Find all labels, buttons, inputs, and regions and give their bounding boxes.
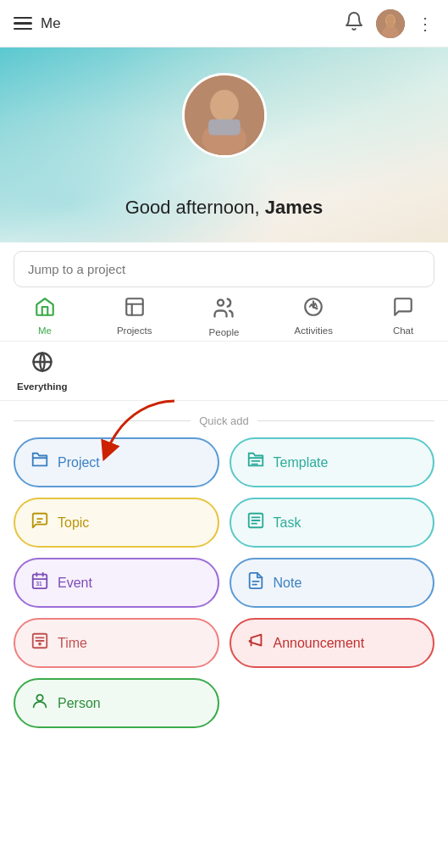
nav-item-activities[interactable]: Activities xyxy=(288,296,339,336)
red-arrow-icon xyxy=(56,392,191,469)
svg-point-13 xyxy=(218,300,224,306)
quick-add-announcement-button[interactable]: Announcement xyxy=(230,618,435,668)
quick-add-template-label: Template xyxy=(274,455,329,470)
svg-point-3 xyxy=(386,15,395,24)
home-icon xyxy=(34,296,56,323)
svg-point-39 xyxy=(36,695,42,701)
quick-add-section: Quick add Project Template xyxy=(0,401,448,745)
nav-label-people: People xyxy=(209,327,240,337)
quick-add-announcement-label: Announcement xyxy=(274,636,365,651)
nav-item-everything[interactable]: Everything xyxy=(17,350,67,392)
quick-add-person-label: Person xyxy=(58,696,101,711)
note-icon xyxy=(246,571,265,594)
nav-label-projects: Projects xyxy=(117,326,152,336)
quick-add-grid: Project Template Topic xyxy=(14,437,434,728)
nav-item-me[interactable]: Me xyxy=(19,296,70,336)
quick-add-note-label: Note xyxy=(274,576,302,591)
svg-rect-10 xyxy=(126,298,143,315)
chat-icon xyxy=(392,296,414,323)
quick-add-event-button[interactable]: 31 Event xyxy=(14,558,219,608)
quick-add-task-label: Task xyxy=(274,515,301,531)
project-icon xyxy=(30,451,49,474)
topic-icon xyxy=(30,511,49,534)
nav-label-chat: Chat xyxy=(393,326,413,336)
more-dots-icon[interactable]: ⋮ xyxy=(417,14,434,34)
svg-text:31: 31 xyxy=(36,581,42,587)
hero-section: Good afternoon, James xyxy=(0,47,448,242)
quick-add-note-button[interactable]: Note xyxy=(230,558,435,608)
avatar[interactable] xyxy=(376,9,405,38)
quick-add-event-label: Event xyxy=(58,576,92,591)
person-icon xyxy=(30,692,49,715)
quick-add-label: Quick add xyxy=(199,415,249,427)
search-bar-section xyxy=(0,242,448,287)
greeting-text: Good afternoon, James xyxy=(0,197,448,219)
task-icon xyxy=(246,511,265,534)
nav-label-activities: Activities xyxy=(295,326,333,336)
everything-label: Everything xyxy=(17,381,67,392)
profile-image-wrap xyxy=(182,73,267,158)
quick-add-person-button[interactable]: Person xyxy=(14,678,219,728)
time-icon xyxy=(30,632,49,654)
globe-icon xyxy=(30,350,54,379)
announcement-icon xyxy=(246,632,265,654)
quick-add-topic-label: Topic xyxy=(58,515,89,531)
bottom-nav: Me Projects People xyxy=(0,287,448,342)
quick-add-time-button[interactable]: Time xyxy=(14,618,219,668)
top-bar-left: Me xyxy=(14,15,61,32)
projects-icon xyxy=(124,296,146,323)
quick-add-topic-button[interactable]: Topic xyxy=(14,498,219,548)
nav-item-projects[interactable]: Projects xyxy=(109,296,160,336)
quick-add-task-button[interactable]: Task xyxy=(230,498,435,548)
nav-item-chat[interactable]: Chat xyxy=(378,296,429,336)
event-icon: 31 xyxy=(30,571,49,594)
quick-add-time-label: Time xyxy=(58,636,87,651)
search-input[interactable] xyxy=(14,251,434,287)
activities-icon xyxy=(302,296,324,323)
page-title: Me xyxy=(41,15,61,32)
nav-item-people[interactable]: People xyxy=(198,296,249,337)
svg-rect-4 xyxy=(386,23,395,28)
hamburger-icon[interactable] xyxy=(14,17,32,31)
nav-label-me: Me xyxy=(38,326,52,336)
profile-image xyxy=(182,73,267,158)
top-bar: Me ⋮ xyxy=(0,0,448,47)
bell-icon[interactable] xyxy=(344,11,364,36)
people-icon xyxy=(212,296,235,325)
template-icon xyxy=(246,451,265,474)
svg-point-37 xyxy=(38,643,41,646)
svg-point-6 xyxy=(210,90,239,122)
svg-rect-9 xyxy=(208,120,241,136)
quick-add-template-button[interactable]: Template xyxy=(230,437,435,487)
top-bar-right: ⋮ xyxy=(344,9,434,38)
